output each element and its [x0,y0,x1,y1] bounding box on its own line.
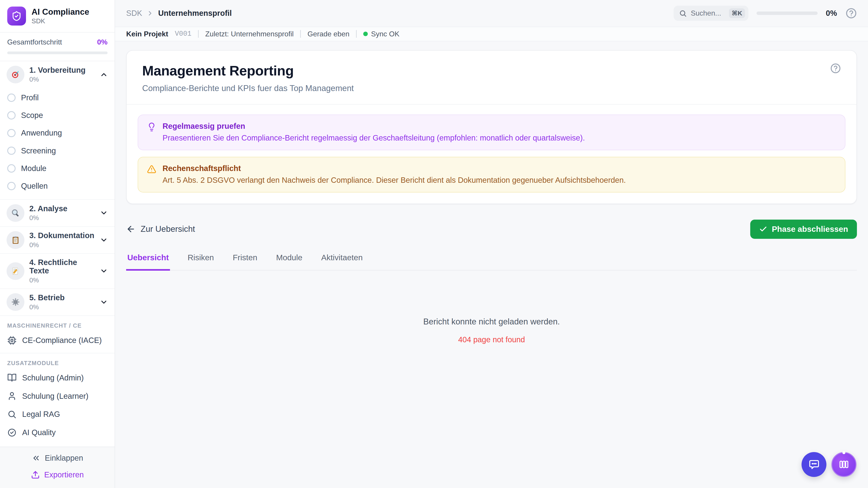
app-subtitle: SDK [32,17,89,25]
tab-risiken[interactable]: Risiken [186,253,215,270]
phase-item-dokumentation[interactable]: 3. Dokumentation 0% [0,227,115,254]
phase-percent: 0% [29,214,95,222]
breadcrumb-current: Unternehmensprofil [158,9,232,18]
status-ring-icon [7,182,16,190]
sidebar-item-schulung-admin[interactable]: Schulung (Admin) [0,369,115,387]
gear-icon [6,293,24,311]
last-saved-time: Gerade eben [307,30,349,38]
user-icon [7,391,17,401]
divider [300,30,301,38]
phase-item-betrieb[interactable]: 5. Betrieb 0% [0,289,115,316]
search-icon [679,9,687,17]
clipboard-icon [6,231,24,249]
columns-icon [838,459,849,470]
status-ring-icon [7,147,16,155]
chevrons-left-icon [32,454,40,462]
tab-module[interactable]: Module [275,253,303,270]
sidebar-item-profil[interactable]: Profil [0,89,115,107]
alert-warning: Rechenschaftspflicht Art. 5 Abs. 2 DSGVO… [138,157,845,193]
overall-progress: Gesamtfortschritt 0% [0,33,115,61]
sidebar-item-quellen[interactable]: Quellen [0,177,115,195]
chat-bubble-icon [808,459,820,470]
alert-title: Rechenschaftspflicht [162,164,626,173]
target-icon [6,66,24,84]
tab-aktivitaeten[interactable]: Aktivitaeten [320,253,364,270]
brand-text: AI Compliance SDK [32,7,89,25]
breadcrumb-root[interactable]: SDK [126,9,142,18]
breadcrumb: SDK Unternehmensprofil [126,9,232,18]
sidebar: AI Compliance SDK Gesamtfortschritt 0% 1… [0,0,115,488]
tab-uebersicht[interactable]: Uebersicht [126,253,170,270]
floating-buttons [802,452,856,477]
search-box[interactable]: ⌘K [674,6,748,21]
magnifier-icon [6,204,24,222]
chevron-right-icon [147,10,154,17]
empty-state-message: Bericht konnte nicht geladen werden. [126,317,857,326]
sidebar-item-ce-compliance[interactable]: CE-Compliance (IACE) [0,331,115,350]
last-saved-label: Zuletzt: Unternehmensprofil [205,30,293,38]
main-area: SDK Unternehmensprofil ⌘K 0% [115,0,868,488]
section-label-maschinenrecht: MASCHINENRECHT / CE [0,316,115,331]
export-button[interactable]: Exportieren [31,470,84,479]
sync-ok-dot-icon [363,32,368,36]
sidebar-item-module[interactable]: Module [0,160,115,177]
check-circle-icon [7,428,17,437]
brand: AI Compliance SDK [0,0,115,33]
status-bar: Kein Projekt V001 Zuletzt: Unternehmensp… [115,27,868,41]
chevron-down-icon [100,236,108,244]
sync-status: Sync OK [363,30,399,38]
back-to-overview-link[interactable]: Zur Uebersicht [126,224,195,234]
phase-percent: 0% [29,303,95,311]
phase-label: 5. Betrieb [29,293,95,302]
help-icon[interactable] [830,63,841,74]
divider [198,30,198,38]
phase-percent: 0% [29,241,95,249]
phase-percent: 0% [29,276,95,284]
status-ring-icon [7,129,16,137]
memo-icon [6,262,24,280]
sidebar-item-scope[interactable]: Scope [0,107,115,124]
sidebar-item-screening[interactable]: Screening [0,142,115,160]
sync-status-label: Sync OK [371,30,400,38]
phase-item-rechtliche-texte[interactable]: 4. Rechtliche Texte 0% [0,254,115,289]
report-card-header: Management Reporting Compliance-Berichte… [127,51,857,105]
columns-view-button[interactable] [831,452,856,477]
cpu-icon [7,336,17,345]
brand-logo [7,6,26,25]
sidebar-item-ai-quality[interactable]: AI Quality [0,423,115,442]
phase-item-analyse[interactable]: 2. Analyse 0% [0,199,115,227]
header-progress-bar [756,11,817,15]
overall-progress-label: Gesamtfortschritt [7,38,62,46]
complete-phase-button[interactable]: Phase abschliessen [750,220,857,239]
sidebar-item-schulung-learner[interactable]: Schulung (Learner) [0,387,115,405]
version-badge: V001 [175,30,191,38]
chat-button[interactable] [802,452,827,477]
upload-icon [31,470,40,479]
phase-nav: 1. Vorbereitung 0% Profil Scope Anwendun… [0,61,115,316]
empty-state: Bericht konnte nicht geladen werden. 404… [126,317,857,344]
sidebar-item-anwendung[interactable]: Anwendung [0,124,115,142]
alert-title: Regelmaessig pruefen [162,122,585,131]
app-window: AI Compliance SDK Gesamtfortschritt 0% 1… [0,0,868,488]
alert-body: Praesentieren Sie den Compliance-Bericht… [162,133,585,143]
keyboard-shortcut-badge: ⌘K [729,8,745,18]
status-ring-icon [7,111,16,120]
actions-row: Zur Uebersicht Phase abschliessen [126,220,857,239]
check-icon [759,225,767,233]
sidebar-footer: Einklappen Exportieren [0,447,115,488]
sidebar-item-legal-rag[interactable]: Legal RAG [0,405,115,423]
report-card: Management Reporting Compliance-Berichte… [126,50,857,204]
collapse-sidebar-button[interactable]: Einklappen [32,454,83,462]
search-input[interactable] [691,9,725,18]
tab-fristen[interactable]: Fristen [232,253,258,270]
tab-bar: Uebersicht Risiken Fristen Module Aktivi… [126,253,857,270]
help-icon[interactable] [845,7,857,19]
error-404-text: 404 page not found [126,335,857,344]
search-icon [7,410,17,419]
phase-item-vorbereitung[interactable]: 1. Vorbereitung 0% [0,61,115,88]
book-open-icon [7,373,17,383]
phase-label: 4. Rechtliche Texte [29,258,95,275]
page-subtitle: Compliance-Berichte und KPIs fuer das To… [142,84,354,93]
overall-progress-value: 0% [97,38,107,46]
page-title: Management Reporting [142,63,354,78]
